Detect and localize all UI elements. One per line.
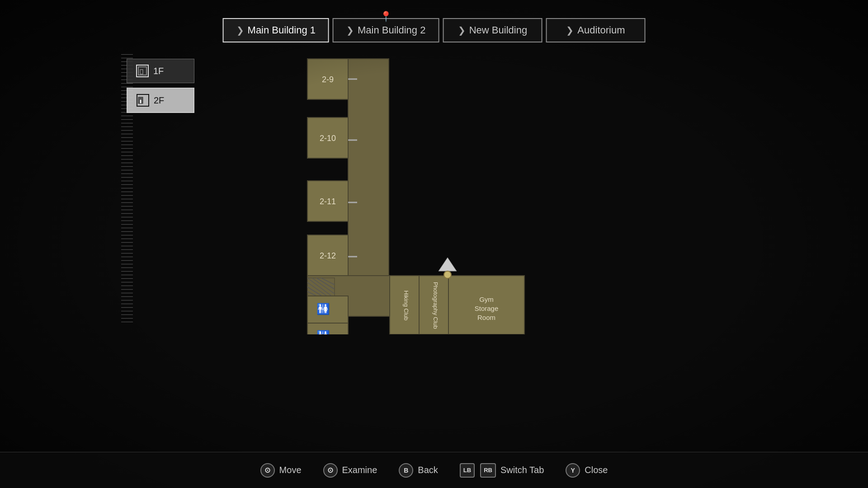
tab-main-building-2[interactable]: 📍 ❯ Main Building 2 — [333, 18, 439, 42]
control-back: B Back — [399, 463, 438, 478]
svg-rect-1 — [140, 70, 143, 74]
floor-btn-2f[interactable]: 2F — [127, 88, 194, 113]
chevron-icon: ❯ — [458, 25, 466, 36]
close-button-icon: Y — [566, 463, 580, 478]
svg-text:2-10: 2-10 — [320, 134, 336, 143]
svg-text:Storage: Storage — [475, 305, 499, 312]
svg-text:🚻: 🚻 — [316, 329, 330, 334]
examine-button-icon: ⊙ — [323, 463, 338, 478]
tab-label: New Building — [469, 24, 527, 36]
location-pin-icon: 📍 — [380, 11, 392, 23]
control-examine-label: Examine — [342, 465, 377, 475]
floor-btn-1f[interactable]: 1F — [127, 59, 194, 83]
move-button-icon: ⊙ — [260, 463, 275, 478]
floor-plan-svg: 2-9 2-10 2-11 2-12 — [176, 54, 583, 334]
tab-new-building[interactable]: ❯ New Building — [443, 18, 542, 42]
map-container: 2-9 2-10 2-11 2-12 — [108, 54, 778, 443]
svg-text:Room: Room — [477, 314, 495, 321]
svg-point-40 — [444, 271, 451, 278]
control-examine: ⊙ Examine — [323, 463, 377, 478]
svg-text:2-12: 2-12 — [320, 251, 336, 260]
control-close: Y Close — [566, 463, 608, 478]
svg-text:2-11: 2-11 — [320, 197, 336, 206]
rb-button-icon: RB — [480, 463, 496, 478]
tab-label: Main Building 1 — [248, 24, 316, 36]
svg-rect-3 — [140, 99, 142, 103]
svg-text:Gym: Gym — [479, 296, 494, 303]
svg-marker-39 — [439, 258, 457, 271]
bottom-bar: ⊙ Move ⊙ Examine B Back LB RB Switch Tab… — [0, 452, 868, 488]
control-switch-tab-label: Switch Tab — [500, 465, 544, 475]
lb-button-icon: LB — [460, 463, 475, 478]
floor-sidebar: 1F 2F — [127, 59, 194, 113]
control-back-label: Back — [418, 465, 438, 475]
floor-icon-1f — [136, 65, 149, 77]
tab-label: Main Building 2 — [358, 24, 425, 36]
floor-label-1f: 1F — [153, 66, 164, 76]
floor-label-2f: 2F — [154, 95, 164, 106]
floor-icon-2f — [137, 94, 149, 107]
tabs-bar: ❯ Main Building 1 📍 ❯ Main Building 2 ❯ … — [223, 18, 646, 42]
control-move-label: Move — [279, 465, 302, 475]
chevron-icon: ❯ — [236, 25, 244, 36]
svg-text:2-9: 2-9 — [322, 75, 334, 84]
control-switch-tab: LB RB Switch Tab — [460, 463, 544, 478]
chevron-icon: ❯ — [346, 25, 354, 36]
svg-rect-4 — [348, 59, 389, 312]
tab-label: Auditorium — [577, 24, 625, 36]
control-move: ⊙ Move — [260, 463, 302, 478]
tab-auditorium[interactable]: ❯ Auditorium — [546, 18, 645, 42]
chevron-icon: ❯ — [566, 25, 574, 36]
back-button-icon: B — [399, 463, 413, 478]
svg-text:Photography Club: Photography Club — [432, 282, 439, 329]
tab-main-building-1[interactable]: ❯ Main Building 1 — [223, 18, 329, 42]
control-close-label: Close — [585, 465, 608, 475]
svg-text:Hiking Club: Hiking Club — [403, 291, 410, 320]
svg-text:🚻: 🚻 — [316, 302, 330, 315]
